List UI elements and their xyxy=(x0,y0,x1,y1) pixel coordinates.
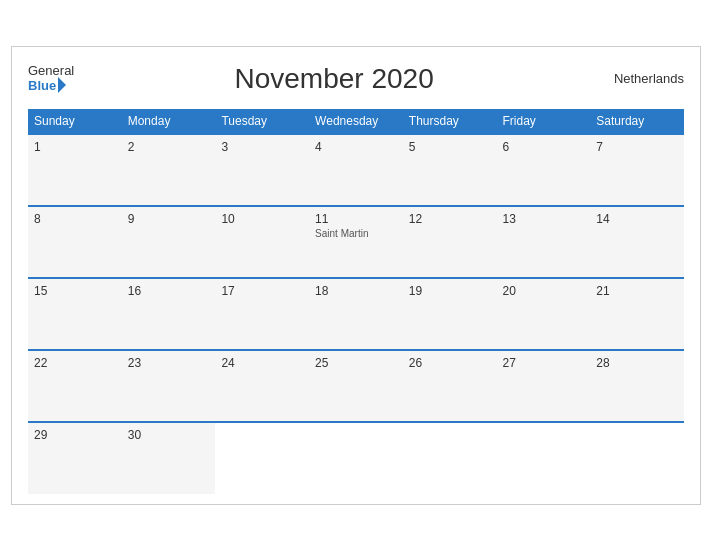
week-row-4: 22232425262728 xyxy=(28,350,684,422)
calendar-cell: 26 xyxy=(403,350,497,422)
weekday-header-friday: Friday xyxy=(497,109,591,134)
calendar-cell: 8 xyxy=(28,206,122,278)
day-number: 30 xyxy=(128,428,210,442)
day-number: 29 xyxy=(34,428,116,442)
day-number: 16 xyxy=(128,284,210,298)
calendar-grid: SundayMondayTuesdayWednesdayThursdayFrid… xyxy=(28,109,684,494)
day-number: 8 xyxy=(34,212,116,226)
calendar-cell: 10 xyxy=(215,206,309,278)
day-number: 22 xyxy=(34,356,116,370)
calendar-cell xyxy=(590,422,684,494)
calendar-cell: 30 xyxy=(122,422,216,494)
day-number: 5 xyxy=(409,140,491,154)
day-number: 18 xyxy=(315,284,397,298)
day-number: 24 xyxy=(221,356,303,370)
day-number: 14 xyxy=(596,212,678,226)
day-number: 11 xyxy=(315,212,397,226)
week-row-3: 15161718192021 xyxy=(28,278,684,350)
calendar-cell xyxy=(309,422,403,494)
calendar-cell: 29 xyxy=(28,422,122,494)
calendar-header: General Blue November 2020 Netherlands xyxy=(28,63,684,95)
calendar-cell: 14 xyxy=(590,206,684,278)
calendar-cell: 19 xyxy=(403,278,497,350)
calendar-cell: 17 xyxy=(215,278,309,350)
calendar-title: November 2020 xyxy=(74,63,594,95)
calendar-cell: 15 xyxy=(28,278,122,350)
weekday-header-thursday: Thursday xyxy=(403,109,497,134)
calendar-cell: 20 xyxy=(497,278,591,350)
calendar-cell: 13 xyxy=(497,206,591,278)
calendar-cell: 27 xyxy=(497,350,591,422)
day-number: 9 xyxy=(128,212,210,226)
day-number: 6 xyxy=(503,140,585,154)
calendar-cell: 2 xyxy=(122,134,216,206)
calendar-cell: 28 xyxy=(590,350,684,422)
day-number: 25 xyxy=(315,356,397,370)
calendar-cell: 4 xyxy=(309,134,403,206)
calendar-cell: 24 xyxy=(215,350,309,422)
calendar-cell: 23 xyxy=(122,350,216,422)
day-number: 19 xyxy=(409,284,491,298)
day-number: 12 xyxy=(409,212,491,226)
calendar-cell: 18 xyxy=(309,278,403,350)
calendar-cell: 21 xyxy=(590,278,684,350)
day-number: 2 xyxy=(128,140,210,154)
weekday-header-saturday: Saturday xyxy=(590,109,684,134)
logo-general-text: General xyxy=(28,64,74,77)
calendar-cell: 16 xyxy=(122,278,216,350)
logo-area: General Blue xyxy=(28,64,74,93)
calendar-cell: 7 xyxy=(590,134,684,206)
day-number: 4 xyxy=(315,140,397,154)
weekday-header-wednesday: Wednesday xyxy=(309,109,403,134)
calendar-cell xyxy=(497,422,591,494)
logo-blue-text: Blue xyxy=(28,77,66,93)
calendar-container: General Blue November 2020 Netherlands S… xyxy=(11,46,701,505)
day-number: 13 xyxy=(503,212,585,226)
week-row-2: 891011Saint Martin121314 xyxy=(28,206,684,278)
weekday-header-tuesday: Tuesday xyxy=(215,109,309,134)
day-number: 28 xyxy=(596,356,678,370)
calendar-cell: 25 xyxy=(309,350,403,422)
calendar-country: Netherlands xyxy=(594,71,684,86)
day-number: 3 xyxy=(221,140,303,154)
calendar-cell: 1 xyxy=(28,134,122,206)
calendar-cell: 22 xyxy=(28,350,122,422)
weekday-header-sunday: Sunday xyxy=(28,109,122,134)
day-number: 1 xyxy=(34,140,116,154)
calendar-cell xyxy=(403,422,497,494)
day-number: 21 xyxy=(596,284,678,298)
day-number: 10 xyxy=(221,212,303,226)
day-number: 7 xyxy=(596,140,678,154)
week-row-5: 2930 xyxy=(28,422,684,494)
event-label: Saint Martin xyxy=(315,228,397,239)
calendar-cell: 9 xyxy=(122,206,216,278)
calendar-cell: 6 xyxy=(497,134,591,206)
day-number: 26 xyxy=(409,356,491,370)
calendar-cell: 3 xyxy=(215,134,309,206)
calendar-cell: 12 xyxy=(403,206,497,278)
day-number: 17 xyxy=(221,284,303,298)
day-number: 20 xyxy=(503,284,585,298)
weekday-header-monday: Monday xyxy=(122,109,216,134)
day-number: 15 xyxy=(34,284,116,298)
day-number: 23 xyxy=(128,356,210,370)
day-number: 27 xyxy=(503,356,585,370)
calendar-cell: 11Saint Martin xyxy=(309,206,403,278)
calendar-cell: 5 xyxy=(403,134,497,206)
weekday-header-row: SundayMondayTuesdayWednesdayThursdayFrid… xyxy=(28,109,684,134)
calendar-cell xyxy=(215,422,309,494)
week-row-1: 1234567 xyxy=(28,134,684,206)
logo-triangle-icon xyxy=(58,77,66,93)
